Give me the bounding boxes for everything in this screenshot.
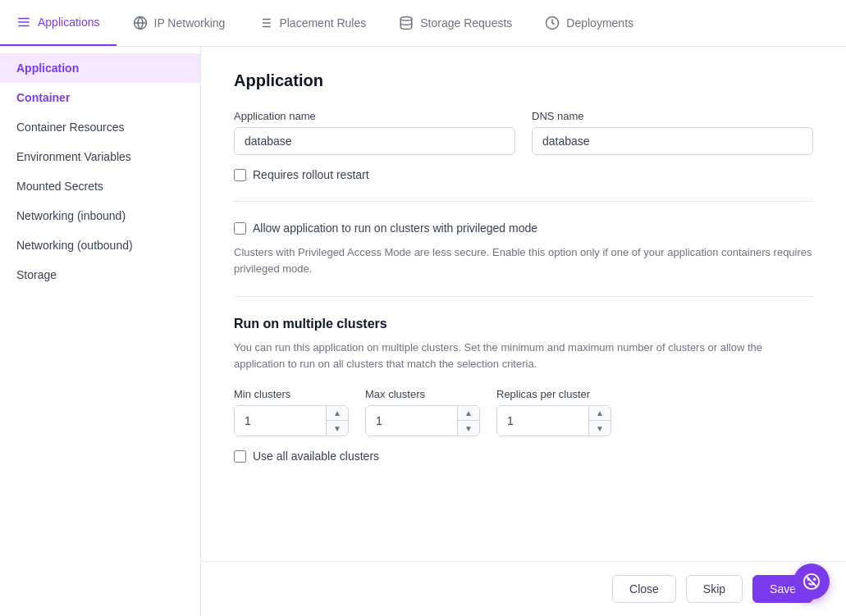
rollout-restart-checkbox[interactable] (234, 169, 246, 181)
max-clusters-group: Max clusters ▲ ▼ (365, 388, 480, 436)
svg-point-10 (400, 17, 412, 21)
nav-deployments-label: Deployments (566, 16, 633, 30)
top-nav: Applications IP Networking Placement Rul… (0, 0, 846, 47)
nav-applications[interactable]: Applications (0, 0, 117, 46)
sidebar: Application Container Container Resource… (0, 47, 201, 616)
replicas-spinner: ▲ ▼ (588, 406, 610, 436)
nav-ip-networking-label: IP Networking (154, 16, 226, 30)
sidebar-item-networking-outbound[interactable]: Networking (outbound) (0, 230, 200, 260)
min-clusters-up[interactable]: ▲ (327, 406, 348, 421)
sidebar-item-networking-inbound[interactable]: Networking (inbound) (0, 201, 200, 230)
use-all-clusters-checkbox[interactable] (234, 450, 246, 463)
storage-icon (399, 16, 414, 30)
name-fields-row: Application name DNS name (234, 110, 813, 155)
main-content: Application Application name DNS name Re… (201, 47, 846, 616)
nav-applications-label: Applications (38, 16, 100, 29)
dns-name-input[interactable] (532, 127, 813, 155)
nav-deployments[interactable]: Deployments (528, 0, 650, 46)
svg-point-14 (807, 578, 809, 580)
replicas-label: Replicas per cluster (496, 388, 611, 400)
sidebar-item-container[interactable]: Container (0, 83, 200, 112)
dns-name-label: DNS name (532, 110, 813, 122)
dns-name-group: DNS name (532, 110, 813, 155)
page-title: Application (234, 71, 813, 90)
use-all-clusters-label: Use all available clusters (253, 449, 379, 463)
multiple-clusters-title: Run on multiple clusters (234, 317, 813, 331)
application-name-input[interactable] (234, 127, 515, 155)
menu-icon (16, 15, 31, 30)
privileged-mode-label: Allow application to run on clusters wit… (253, 221, 537, 235)
use-all-clusters-row: Use all available clusters (234, 449, 813, 463)
min-clusters-label: Min clusters (234, 388, 349, 400)
layout: Application Container Container Resource… (0, 47, 846, 616)
application-name-group: Application name (234, 110, 515, 155)
privileged-mode-row: Allow application to run on clusters wit… (234, 221, 813, 235)
nav-ip-networking[interactable]: IP Networking (117, 0, 242, 46)
replicas-wrapper: ▲ ▼ (496, 405, 611, 436)
help-button[interactable] (793, 564, 830, 600)
max-clusters-label: Max clusters (365, 388, 480, 400)
sidebar-item-environment-variables[interactable]: Environment Variables (0, 142, 200, 171)
privileged-mode-description: Clusters with Privileged Access Mode are… (234, 244, 813, 276)
max-clusters-spinner: ▲ ▼ (457, 406, 479, 436)
max-clusters-down[interactable]: ▼ (458, 421, 479, 436)
cluster-inputs-row: Min clusters ▲ ▼ Max clusters ▲ ▼ (234, 388, 813, 436)
nav-placement-rules-label: Placement Rules (279, 16, 366, 30)
nav-storage-requests[interactable]: Storage Requests (382, 0, 528, 46)
sidebar-item-application[interactable]: Application (0, 53, 200, 83)
min-clusters-input[interactable] (235, 408, 326, 434)
clock-icon (545, 16, 560, 30)
multiple-clusters-description: You can run this application on multiple… (234, 340, 813, 372)
list-icon (258, 16, 272, 30)
nav-storage-requests-label: Storage Requests (420, 16, 512, 30)
svg-point-15 (814, 578, 816, 580)
sidebar-item-storage[interactable]: Storage (0, 260, 200, 290)
sidebar-item-mounted-secrets[interactable]: Mounted Secrets (0, 171, 200, 201)
max-clusters-input[interactable] (366, 408, 457, 434)
min-clusters-wrapper: ▲ ▼ (234, 405, 349, 436)
privileged-mode-checkbox[interactable] (234, 222, 246, 235)
replicas-up[interactable]: ▲ (589, 406, 610, 421)
application-name-label: Application name (234, 110, 515, 122)
rollout-restart-row: Requires rollout restart (234, 168, 813, 181)
footer: Close Skip Save (201, 561, 846, 616)
replicas-down[interactable]: ▼ (589, 421, 610, 436)
rollout-restart-label: Requires rollout restart (253, 168, 369, 181)
divider-2 (234, 296, 813, 297)
divider-1 (234, 201, 813, 202)
close-button[interactable]: Close (612, 575, 676, 603)
replicas-group: Replicas per cluster ▲ ▼ (496, 388, 611, 436)
min-clusters-down[interactable]: ▼ (327, 421, 348, 436)
nav-placement-rules[interactable]: Placement Rules (241, 0, 382, 46)
min-clusters-group: Min clusters ▲ ▼ (234, 388, 349, 436)
sidebar-item-container-resources[interactable]: Container Resources (0, 112, 200, 142)
max-clusters-up[interactable]: ▲ (458, 406, 479, 421)
min-clusters-spinner: ▲ ▼ (326, 406, 348, 436)
network-icon (133, 16, 148, 30)
skip-button[interactable]: Skip (686, 575, 743, 603)
max-clusters-wrapper: ▲ ▼ (365, 405, 480, 436)
replicas-input[interactable] (497, 408, 588, 434)
